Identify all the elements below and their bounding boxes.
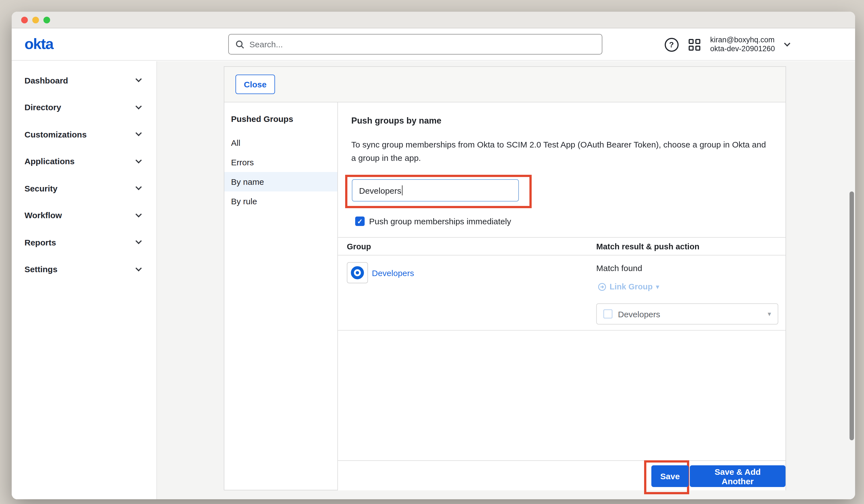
grid-square	[688, 39, 693, 44]
group-name-link[interactable]: Developers	[372, 268, 414, 277]
chevron-down-icon	[135, 130, 142, 136]
push-groups-dialog: Close Pushed Groups All Errors By name B…	[224, 66, 786, 490]
nav-item-by-name[interactable]: By name	[224, 172, 337, 191]
sidebar-item-settings[interactable]: Settings	[12, 256, 156, 283]
sidebar-item-label: Customizations	[24, 130, 86, 139]
chevron-down-icon	[135, 184, 142, 190]
dialog-toolbar: Close	[224, 67, 785, 103]
group-input-value: Developers	[359, 185, 401, 195]
sidebar-item-label: Applications	[24, 157, 75, 166]
panel-title: Push groups by name	[351, 116, 442, 126]
scrollbar-thumb[interactable]	[850, 191, 854, 440]
group-name-input[interactable]: Developers	[352, 179, 519, 202]
window-controls	[21, 16, 50, 23]
help-icon[interactable]: ?	[664, 38, 678, 51]
window-titlebar	[12, 12, 855, 28]
annotation-box-save: Save	[644, 460, 689, 494]
stage: okta Search... ? kiran@boxyhq.com okt	[0, 0, 864, 504]
global-search-input[interactable]: Search...	[228, 34, 602, 55]
link-group-label: Link Group	[610, 282, 653, 291]
sidebar-item-workflow[interactable]: Workflow	[12, 202, 156, 229]
pushed-groups-title: Pushed Groups	[224, 103, 337, 133]
table-row-group-cell: Developers	[347, 262, 414, 283]
window-minimize-button[interactable]	[32, 16, 39, 23]
caret-down-icon: ▾	[656, 283, 659, 290]
chevron-down-icon	[135, 76, 142, 82]
chevron-down-icon	[135, 211, 142, 217]
pushed-groups-nav: Pushed Groups All Errors By name By rule	[224, 103, 338, 490]
sidebar-item-label: Security	[24, 184, 57, 193]
caret-down-icon: ▾	[768, 310, 771, 318]
nav-item-errors[interactable]: Errors	[224, 153, 337, 172]
group-swatch-icon	[603, 310, 612, 319]
sidebar-item-label: Reports	[24, 238, 56, 247]
push-immediately-label[interactable]: Push group memberships immediately	[369, 217, 511, 226]
sidebar-item-applications[interactable]: Applications	[12, 148, 156, 175]
window-close-button[interactable]	[21, 16, 28, 23]
dialog-body: Pushed Groups All Errors By name By rule…	[224, 103, 785, 490]
account-email: kiran@boxyhq.com	[710, 36, 775, 45]
sidebar-item-label: Directory	[24, 103, 61, 112]
sidebar-item-label: Dashboard	[24, 76, 68, 85]
sidebar-item-reports[interactable]: Reports	[12, 229, 156, 256]
grid-square	[695, 39, 700, 44]
app-header: okta Search... ? kiran@boxyhq.com okt	[12, 28, 855, 61]
chevron-down-icon[interactable]	[784, 40, 791, 47]
search-placeholder: Search...	[249, 39, 283, 49]
row-divider	[338, 330, 785, 331]
match-status-text: Match found	[596, 263, 642, 273]
chevron-down-icon	[135, 265, 142, 271]
sidebar: Dashboard Directory Customizations Appli…	[12, 61, 157, 499]
linked-group-dropdown[interactable]: Developers ▾	[596, 303, 778, 324]
chevron-down-icon	[135, 103, 142, 109]
save-add-another-button[interactable]: Save & Add Another	[690, 465, 785, 487]
column-header-match: Match result & push action	[596, 238, 699, 256]
text-cursor	[402, 185, 403, 195]
sidebar-item-security[interactable]: Security	[12, 175, 156, 202]
sidebar-item-directory[interactable]: Directory	[12, 94, 156, 121]
okta-logo[interactable]: okta	[24, 37, 53, 52]
column-header-group: Group	[347, 238, 371, 256]
push-immediately-checkbox[interactable]: ✓	[355, 217, 365, 226]
match-table-header: Group Match result & push action	[338, 237, 785, 255]
main-area: Close Pushed Groups All Errors By name B…	[157, 61, 855, 499]
sidebar-item-customizations[interactable]: Customizations	[12, 121, 156, 148]
link-group-icon	[598, 283, 606, 291]
window-zoom-button[interactable]	[44, 16, 50, 23]
grid-square	[695, 45, 700, 50]
panel-description: To sync group memberships from Okta to S…	[351, 138, 766, 165]
link-group-button[interactable]: Link Group ▾	[598, 282, 659, 291]
push-immediately-row: ✓ Push group memberships immediately	[355, 217, 511, 226]
group-icon	[351, 266, 364, 279]
nav-item-by-rule[interactable]: By rule	[224, 191, 337, 211]
sidebar-item-label: Settings	[24, 265, 57, 274]
sidebar-item-dashboard[interactable]: Dashboard	[12, 67, 156, 94]
linked-group-value: Developers	[618, 309, 660, 319]
app-body: Dashboard Directory Customizations Appli…	[12, 61, 855, 499]
search-icon	[236, 40, 244, 49]
header-actions: ? kiran@boxyhq.com okta-dev-20901260	[664, 28, 789, 61]
apps-grid-icon[interactable]	[688, 39, 700, 50]
grid-square	[688, 45, 693, 50]
close-button[interactable]: Close	[236, 75, 275, 94]
annotation-box-group-input: Developers	[345, 175, 532, 208]
account-org: okta-dev-20901260	[710, 45, 775, 53]
chevron-down-icon	[135, 157, 142, 163]
nav-item-all[interactable]: All	[224, 133, 337, 153]
group-avatar	[347, 262, 368, 283]
sidebar-item-label: Workflow	[24, 211, 62, 220]
push-by-name-panel: Push groups by name To sync group member…	[338, 103, 785, 490]
account-menu[interactable]: kiran@boxyhq.com okta-dev-20901260	[710, 36, 775, 53]
save-button[interactable]: Save	[651, 465, 689, 487]
browser-window: okta Search... ? kiran@boxyhq.com okt	[12, 12, 855, 499]
chevron-down-icon	[135, 238, 142, 244]
